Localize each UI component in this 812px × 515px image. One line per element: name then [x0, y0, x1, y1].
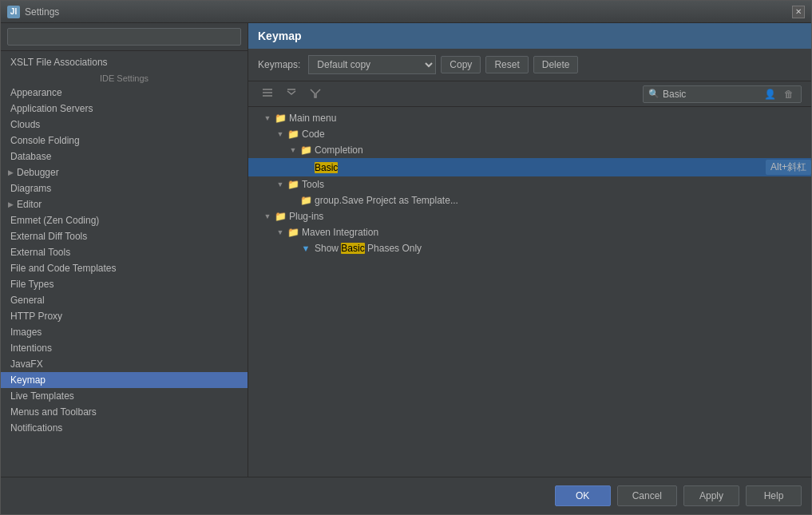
nav-item-console-folding[interactable]: Console Folding	[1, 133, 248, 149]
tree-item-label: Completion	[315, 145, 363, 156]
nav-item-label: Clouds	[10, 119, 40, 130]
nav-item-label: Keymap	[10, 374, 46, 386]
nav-item-emmet[interactable]: Emmet (Zen Coding)	[1, 212, 248, 228]
keymap-select[interactable]: Default copy	[308, 55, 436, 74]
tree-item-label: Tools	[302, 179, 324, 190]
folder-icon: 📁	[287, 226, 299, 239]
folder-icon: 📁	[287, 128, 299, 141]
nav-item-live-templates[interactable]: Live Templates	[1, 388, 248, 404]
close-button[interactable]: ✕	[792, 6, 805, 18]
nav-item-intentions[interactable]: Intentions	[1, 340, 248, 356]
main-content: XSLT File Associations IDE Settings Appe…	[1, 23, 811, 477]
nav-item-clouds[interactable]: Clouds	[1, 117, 248, 133]
tree-item-basic[interactable]: ▶ Basic Alt+斜杠	[248, 158, 811, 176]
expand-icon: ▼	[274, 128, 287, 141]
nav-item-file-types[interactable]: File Types	[1, 276, 248, 292]
filter-toolbar: 🔍 👤 🗑	[248, 81, 811, 107]
help-button[interactable]: Help	[746, 485, 802, 506]
expand-icon: ▼	[261, 112, 274, 125]
nav-item-label: Debugger	[17, 167, 59, 178]
search-input[interactable]	[7, 28, 241, 46]
delete-button[interactable]: Delete	[533, 56, 579, 73]
nav-item-images[interactable]: Images	[1, 324, 248, 340]
nav-item-label: XSLT File Associations	[10, 57, 108, 68]
nav-item-xslt[interactable]: XSLT File Associations	[1, 54, 248, 70]
tree-item-label: Code	[302, 129, 325, 140]
expand-icon: ▼	[261, 210, 274, 223]
tree-item-main-menu[interactable]: ▼ 📁 Main menu	[248, 110, 811, 126]
folder-icon: 📁	[287, 178, 299, 191]
tree-item-show-basic[interactable]: ▶ ▼ Show Basic Phases Only	[248, 240, 811, 256]
search-box	[1, 23, 248, 51]
nav-item-label: JavaFX	[10, 359, 43, 370]
nav-item-editor[interactable]: ▶ Editor	[1, 196, 248, 212]
expand-icon: ▼	[274, 178, 287, 191]
folder-icon: 📁	[299, 144, 312, 156]
nav-item-label: Menus and Toolbars	[10, 406, 97, 418]
tree-item-code[interactable]: ▼ 📁 Code	[248, 126, 811, 142]
nav-item-label: Emmet (Zen Coding)	[10, 215, 99, 226]
highlight-text: Basic	[341, 243, 364, 254]
nav-item-notifications[interactable]: Notifications	[1, 420, 248, 436]
tree-item-label: group.Save Project as Template...	[315, 195, 458, 206]
left-panel: XSLT File Associations IDE Settings Appe…	[1, 23, 248, 477]
nav-item-label: Notifications	[10, 422, 62, 434]
highlight-text: Basic	[315, 162, 338, 173]
tree-item-completion[interactable]: ▼ 📁 Completion	[248, 142, 811, 158]
expand-all-button[interactable]	[282, 85, 301, 103]
tree-item-maven[interactable]: ▼ 📁 Maven Integration	[248, 224, 811, 240]
nav-item-file-code[interactable]: File and Code Templates	[1, 260, 248, 276]
cancel-button[interactable]: Cancel	[617, 485, 677, 506]
tree-search-input[interactable]	[663, 89, 759, 100]
nav-item-database[interactable]: Database	[1, 149, 248, 164]
filter-button[interactable]	[306, 85, 325, 103]
nav-item-diagrams[interactable]: Diagrams	[1, 180, 248, 196]
expand-arrow-icon: ▶	[6, 168, 15, 177]
nav-item-label: Live Templates	[10, 390, 74, 402]
nav-item-label: HTTP Proxy	[10, 311, 62, 322]
keymap-toolbar: Keymaps: Default copy Copy Reset Delete	[248, 49, 811, 81]
ide-settings-header: IDE Settings	[1, 70, 248, 85]
tree-item-plugins[interactable]: ▼ 📁 Plug-ins	[248, 208, 811, 224]
clear-search-icon[interactable]: 🗑	[782, 88, 796, 101]
search-icon: 🔍	[648, 89, 660, 99]
tree-item-tools[interactable]: ▼ 📁 Tools	[248, 176, 811, 192]
tree-search-field: 🔍 👤 🗑	[643, 85, 802, 103]
ok-button[interactable]: OK	[555, 485, 611, 506]
nav-list: XSLT File Associations IDE Settings Appe…	[1, 51, 248, 477]
right-panel: Keymap Keymaps: Default copy Copy Reset …	[248, 23, 811, 477]
tree-item-label: Show Basic Phases Only	[315, 243, 422, 254]
settings-dialog: JI Settings ✕ XSLT File Associations IDE…	[0, 0, 812, 515]
nav-item-label: File Types	[10, 279, 53, 290]
nav-item-javafx[interactable]: JavaFX	[1, 356, 248, 372]
title-bar: JI Settings ✕	[1, 1, 811, 23]
nav-item-app-servers[interactable]: Application Servers	[1, 101, 248, 117]
nav-item-ext-tools[interactable]: External Tools	[1, 244, 248, 260]
nav-item-label: Console Folding	[10, 135, 80, 146]
reset-button[interactable]: Reset	[485, 56, 528, 73]
nav-item-label: Images	[10, 327, 42, 338]
nav-item-appearance[interactable]: Appearance	[1, 85, 248, 101]
collapse-all-button[interactable]	[258, 85, 277, 103]
tree-item-label: Main menu	[289, 113, 336, 124]
nav-item-label: File and Code Templates	[10, 263, 117, 274]
tree-item-label: Plug-ins	[289, 211, 323, 222]
nav-item-label: Intentions	[10, 343, 52, 354]
nav-item-menus-toolbars[interactable]: Menus and Toolbars	[1, 404, 248, 420]
expand-icon: ▼	[274, 226, 287, 239]
apply-button[interactable]: Apply	[683, 485, 739, 506]
nav-item-label: Appearance	[10, 87, 62, 98]
keymap-tree: ▼ 📁 Main menu ▼ 📁 Code ▼	[248, 107, 811, 477]
nav-item-label: Database	[10, 151, 51, 162]
tree-item-label: Basic	[315, 162, 338, 173]
nav-item-label: Editor	[17, 199, 42, 210]
nav-item-debugger[interactable]: ▶ Debugger	[1, 164, 248, 180]
nav-item-ext-diff[interactable]: External Diff Tools	[1, 228, 248, 244]
nav-item-general[interactable]: General	[1, 292, 248, 308]
copy-button[interactable]: Copy	[441, 56, 481, 73]
folder-icon: 📁	[274, 210, 287, 223]
tree-item-group-save[interactable]: ▶ 📁 group.Save Project as Template...	[248, 192, 811, 208]
user-icon[interactable]: 👤	[762, 88, 778, 101]
nav-item-keymap[interactable]: Keymap	[1, 372, 248, 388]
nav-item-http-proxy[interactable]: HTTP Proxy	[1, 308, 248, 324]
